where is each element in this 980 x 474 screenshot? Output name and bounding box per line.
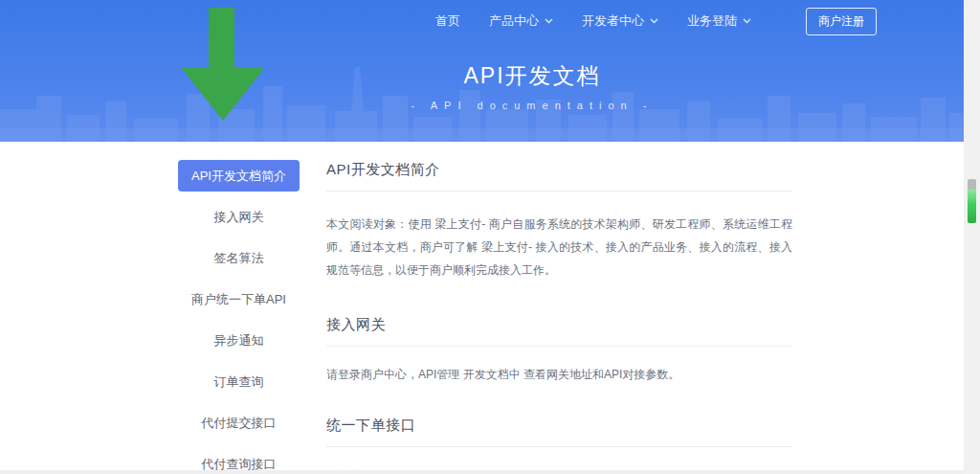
- nav-item-label: 业务登陆: [687, 12, 737, 30]
- sidebar-item-order-query[interactable]: 订单查询: [178, 375, 300, 388]
- chevron-down-icon: [545, 18, 553, 24]
- sidebar-item-unified-order[interactable]: 商户统一下单API: [178, 293, 300, 305]
- scrollbar-track[interactable]: [964, 0, 980, 474]
- top-navigation: 首页 产品中心 开发者中心 业务登陆 商户注册: [421, 9, 877, 34]
- download-arrow-icon: [178, 0, 269, 124]
- sidebar-item-gateway[interactable]: 接入网关: [178, 211, 300, 223]
- merchant-register-button[interactable]: 商户注册: [806, 8, 877, 35]
- gateway-paragraph: 请登录商户中心，API管理 开发文档中 查看网关地址和API对接参数。: [326, 366, 792, 383]
- bottom-edge-strip: [0, 470, 964, 474]
- chevron-down-icon: [743, 18, 751, 24]
- section-heading-intro: API开发文档简介: [326, 161, 792, 179]
- section-heading-unified-order: 统一下单接口: [326, 417, 792, 435]
- nav-item-label: 开发者中心: [582, 12, 644, 30]
- nav-item-label: 产品中心: [489, 12, 539, 30]
- doc-content: API开发文档简介 本文阅读对象：使用 梁上支付- 商户自服务系统的技术架构师、…: [326, 142, 792, 474]
- nav-item-label: 首页: [435, 12, 460, 30]
- hero-banner: 首页 产品中心 开发者中心 业务登陆 商户注册: [0, 0, 980, 142]
- section-heading-gateway: 接入网关: [326, 316, 792, 334]
- intro-paragraph: 本文阅读对象：使用 梁上支付- 商户自服务系统的技术架构师、研发工程师、系统运维…: [326, 213, 792, 282]
- sidebar-item-sign-algorithm[interactable]: 签名算法: [178, 252, 300, 264]
- divider: [326, 346, 792, 347]
- nav-item-developer-center[interactable]: 开发者中心: [568, 12, 673, 30]
- nav-item-products[interactable]: 产品中心: [475, 12, 568, 30]
- hero-text-block: API开发文档 - API documentation -: [0, 61, 980, 111]
- api-doc-page: 首页 产品中心 开发者中心 业务登陆 商户注册: [0, 0, 980, 474]
- scrollbar-thumb-top: [968, 179, 976, 190]
- divider: [326, 191, 792, 192]
- divider: [326, 446, 792, 447]
- sidebar-menu: 接入网关 签名算法 商户统一下单API 异步通知 订单查询 代付提交接口 代付查…: [178, 211, 300, 470]
- sidebar-item-payout-query[interactable]: 代付查询接口: [178, 458, 300, 470]
- doc-sidebar: API开发文档简介 接入网关 签名算法 商户统一下单API 异步通知 订单查询 …: [178, 160, 300, 470]
- nav-item-business-login[interactable]: 业务登陆: [673, 12, 766, 30]
- sidebar-item-payout-submit[interactable]: 代付提交接口: [178, 417, 300, 429]
- sidebar-item-api-doc-intro[interactable]: API开发文档简介: [178, 160, 300, 192]
- scrollbar-thumb-green-indicator: [968, 190, 976, 223]
- nav-item-home[interactable]: 首页: [421, 12, 475, 30]
- sidebar-item-async-notify[interactable]: 异步通知: [178, 334, 300, 347]
- chevron-down-icon: [650, 18, 658, 24]
- scrollbar-thumb[interactable]: [968, 179, 976, 223]
